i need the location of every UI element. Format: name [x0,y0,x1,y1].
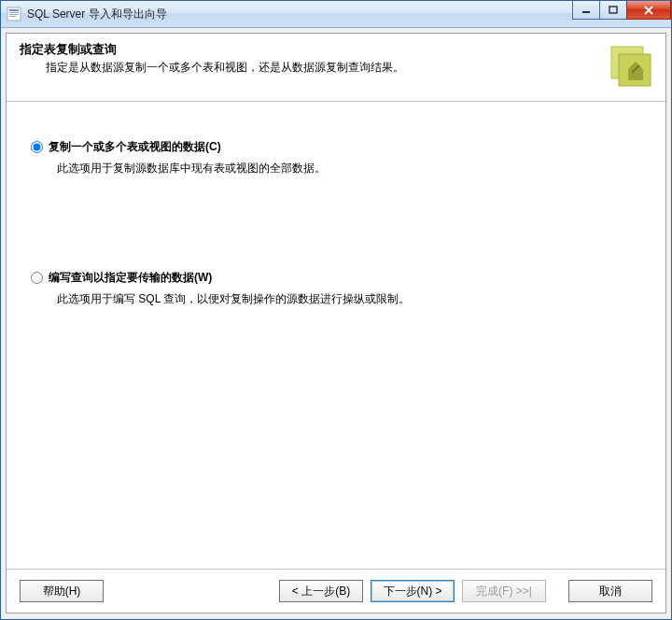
titlebar[interactable]: SQL Server 导入和导出向导 [1,1,671,28]
option-query-desc: 此选项用于编写 SQL 查询，以便对复制操作的源数据进行操纵或限制。 [57,291,641,307]
maximize-button[interactable] [599,1,627,20]
wizard-header: 指定表复制或查询 指定是从数据源复制一个或多个表和视图，还是从数据源复制查询结果… [7,34,665,102]
option-query-label: 编写查询以指定要传输的数据(W) [49,270,212,286]
svg-rect-2 [9,12,19,13]
option-write-query: 编写查询以指定要传输的数据(W) 此选项用于编写 SQL 查询，以便对复制操作的… [31,270,641,307]
wizard-icon [606,41,654,90]
window-title: SQL Server 导入和导出向导 [27,7,167,22]
option-copy-tables: 复制一个或多个表或视图的数据(C) 此选项用于复制源数据库中现有表或视图的全部数… [31,139,641,176]
finish-button[interactable]: 完成(F) >>| [462,580,546,602]
option-copy-head[interactable]: 复制一个或多个表或视图的数据(C) [31,139,641,155]
wizard-footer: 帮助(H) < 上一步(B) 下一步(N) > 完成(F) >>| 取消 [7,569,665,613]
wizard-body: 复制一个或多个表或视图的数据(C) 此选项用于复制源数据库中现有表或视图的全部数… [7,102,665,307]
radio-copy-tables[interactable] [31,141,43,153]
window-controls [573,1,671,20]
app-icon [7,7,21,21]
svg-rect-4 [9,16,16,17]
option-copy-label: 复制一个或多个表或视图的数据(C) [49,139,221,155]
window-frame: SQL Server 导入和导出向导 指定表复制或查询 [0,0,672,620]
minimize-button[interactable] [572,1,600,20]
page-subtitle: 指定是从数据源复制一个或多个表和视图，还是从数据源复制查询结果。 [46,60,652,76]
next-button[interactable]: 下一步(N) > [371,580,455,602]
close-button[interactable] [626,1,671,20]
svg-rect-3 [9,14,19,15]
option-query-head[interactable]: 编写查询以指定要传输的数据(W) [31,270,641,286]
svg-rect-5 [582,11,590,13]
radio-write-query[interactable] [31,272,43,284]
client-area: 指定表复制或查询 指定是从数据源复制一个或多个表和视图，还是从数据源复制查询结果… [6,33,666,613]
svg-rect-1 [9,9,19,11]
back-button[interactable]: < 上一步(B) [279,580,363,602]
option-copy-desc: 此选项用于复制源数据库中现有表或视图的全部数据。 [57,161,641,176]
close-icon [643,6,654,15]
maximize-icon [609,6,618,15]
minimize-icon [581,6,591,15]
page-title: 指定表复制或查询 [20,41,652,58]
svg-rect-6 [609,7,617,13]
cancel-button[interactable]: 取消 [568,580,652,602]
help-button[interactable]: 帮助(H) [20,580,104,602]
